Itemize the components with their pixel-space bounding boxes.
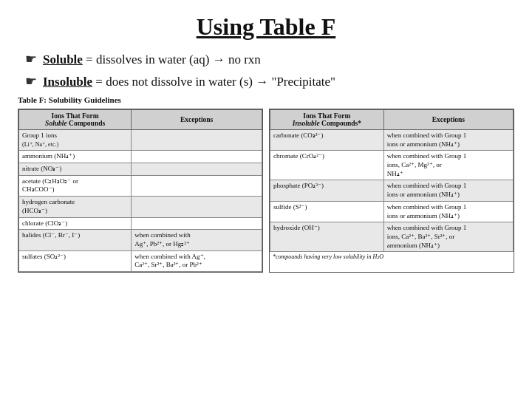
- insoluble-term: Insoluble = does not dissolve in water (…: [43, 75, 335, 89]
- ion-cell: hydroxide (OH⁻): [270, 222, 384, 252]
- table-row: phosphate (PO₄³⁻) when combined with Gro…: [270, 180, 514, 201]
- exception-cell: when combined with Group 1ions, Ca²⁺, Mg…: [383, 151, 513, 180]
- table-row: sulfates (SO₄²⁻) when combined with Ag⁺,…: [19, 250, 262, 271]
- soluble-table-panel: Ions That FormSoluble Compounds Exceptio…: [18, 109, 263, 273]
- table-footnote: *compounds having very low solubility in…: [270, 252, 514, 262]
- table-row: sulfide (S²⁻) when combined with Group 1…: [270, 201, 514, 222]
- bullet-symbol-2: ☛: [25, 73, 37, 89]
- insoluble-header-row: Ions That FormInsoluble Compounds* Excep…: [270, 110, 514, 130]
- soluble-col1-header: Ions That FormSoluble Compounds: [19, 110, 132, 130]
- ion-cell: halides (Cl⁻, Br⁻, I⁻): [19, 230, 132, 250]
- tables-wrapper: Ions That FormSoluble Compounds Exceptio…: [18, 109, 514, 273]
- table-row: chlorate (ClO₃⁻): [19, 217, 262, 230]
- bullet-insoluble: ☛ Insoluble = does not dissolve in water…: [25, 73, 514, 89]
- insoluble-table: Ions That FormInsoluble Compounds* Excep…: [270, 109, 514, 252]
- table-row: hydrogen carbonate(HCO₃⁻): [19, 197, 262, 217]
- soluble-rest: = dissolves in water (aq) → no rxn: [83, 52, 261, 66]
- table-row: chromate (CrO₄²⁻) when combined with Gro…: [270, 151, 514, 180]
- ion-cell: chlorate (ClO₃⁻): [19, 217, 132, 230]
- table-row: acetate (C₂H₃O₂⁻ orCH₃COO⁻): [19, 175, 262, 196]
- bullet-soluble: ☛ Soluble = dissolves in water (aq) → no…: [25, 51, 514, 67]
- table-row: halides (Cl⁻, Br⁻, I⁻) when combined wit…: [19, 230, 262, 250]
- insoluble-col1-header: Ions That FormInsoluble Compounds*: [270, 110, 384, 130]
- insoluble-rest: = does not dissolve in water (s) → "Prec…: [92, 75, 335, 89]
- exception-cell: [132, 197, 262, 217]
- ion-cell: nitrate (NO₃⁻): [19, 163, 132, 176]
- soluble-header-row: Ions That FormSoluble Compounds Exceptio…: [19, 110, 262, 130]
- soluble-col2-header: Exceptions: [132, 110, 262, 130]
- soluble-table: Ions That FormSoluble Compounds Exceptio…: [18, 109, 262, 272]
- bullet-symbol-1: ☛: [25, 51, 37, 67]
- table-row: ammonium (NH₄⁺): [19, 151, 262, 163]
- table-row: hydroxide (OH⁻) when combined with Group…: [270, 222, 514, 252]
- exception-cell: [132, 163, 262, 176]
- exception-cell: [132, 130, 262, 151]
- ion-cell: sulfates (SO₄²⁻): [19, 250, 132, 271]
- table-row: Group 1 ions(Li⁺, Na⁺, etc.): [19, 130, 262, 151]
- exception-cell: when combined with Group 1ions or ammoni…: [383, 201, 513, 222]
- table-row: carbonate (CO₃²⁻) when combined with Gro…: [270, 130, 514, 151]
- exception-cell: when combined withAg⁺, Pb²⁺, or Hg₂²⁺: [132, 230, 262, 250]
- table-label: Table F: Solubility Guidelines: [18, 95, 514, 104]
- insoluble-col2-header: Exceptions: [383, 110, 513, 130]
- insoluble-table-panel: Ions That FormInsoluble Compounds* Excep…: [269, 109, 514, 273]
- ion-cell: sulfide (S²⁻): [270, 201, 384, 222]
- exception-cell: when combined with Group 1ions or ammoni…: [383, 180, 513, 201]
- exception-cell: when combined with Ag⁺,Ca²⁺, Sr²⁺, Ba²⁺,…: [132, 250, 262, 271]
- exception-cell: [132, 151, 262, 163]
- exception-cell: when combined with Group 1ions, Ca²⁺, Ba…: [383, 222, 513, 252]
- soluble-term: Soluble = dissolves in water (aq) → no r…: [43, 52, 261, 67]
- page: Using Table F ☛ Soluble = dissolves in w…: [0, 0, 532, 399]
- ion-cell: carbonate (CO₃²⁻): [270, 130, 384, 151]
- exception-cell: when combined with Group 1ions or ammoni…: [383, 130, 513, 151]
- bullet-section: ☛ Soluble = dissolves in water (aq) → no…: [18, 51, 514, 89]
- soluble-label: Soluble: [43, 52, 83, 66]
- ion-cell: Group 1 ions(Li⁺, Na⁺, etc.): [19, 130, 132, 151]
- ion-cell: phosphate (PO₄³⁻): [270, 180, 384, 201]
- ion-cell: chromate (CrO₄²⁻): [270, 151, 384, 180]
- page-title: Using Table F: [18, 13, 514, 41]
- exception-cell: [132, 217, 262, 230]
- insoluble-label: Insoluble: [43, 75, 92, 89]
- table-row: nitrate (NO₃⁻): [19, 163, 262, 176]
- ion-cell: hydrogen carbonate(HCO₃⁻): [19, 197, 132, 217]
- ion-cell: ammonium (NH₄⁺): [19, 151, 132, 163]
- ion-cell: acetate (C₂H₃O₂⁻ orCH₃COO⁻): [19, 175, 132, 196]
- exception-cell: [132, 175, 262, 196]
